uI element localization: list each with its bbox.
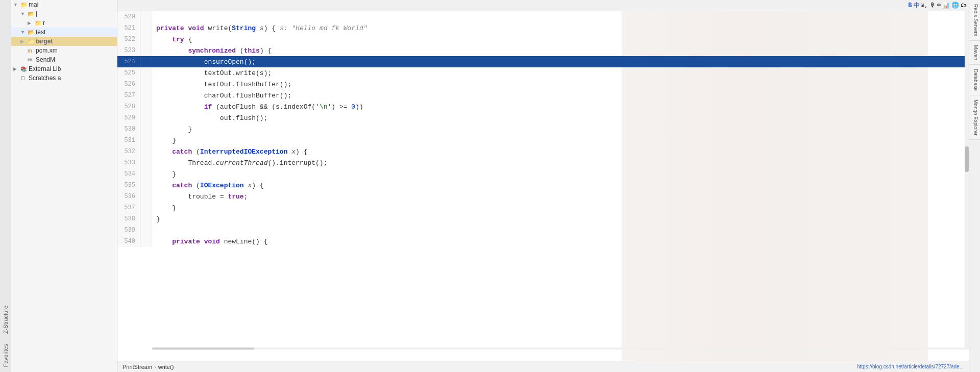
code-line-527: 527 charOut.flushBuffer(); [117,90,969,101]
right-panels: Redis Servers Maven Database Mongo Explo… [969,0,980,372]
tree-item-r[interactable]: ▶ 📁 r [11,18,117,28]
code-text: if (autoFlush && (s.indexOf('\n') >= 0)) [152,103,363,111]
line-number: 522 [117,34,141,45]
tree-item-test[interactable]: ▼ 📂 test [11,28,117,37]
tree-label: pom.xm [36,47,58,54]
line-number: 531 [117,135,141,146]
code-text: ensureOpen(); [152,58,256,66]
code-text: private void write(String s) { s: "Hello… [152,24,368,32]
tree-item-sendm[interactable]: ✉ SendM [11,55,117,64]
code-scrollbar-track[interactable] [965,11,969,350]
project-sidebar: ▼ 📁 mai ▼ 📂 j ▶ 📁 r ▼ 📂 test ▶ 📁 target … [11,0,117,372]
code-line-537: 537 } [117,202,969,213]
code-text: catch (IOException x) { [152,182,264,189]
line-number: 532 [117,146,141,157]
tree-label: SendM [36,56,55,63]
mic-icon[interactable]: 🎙 [929,2,936,9]
line-number: 540 [117,236,141,247]
code-line-534: 534 } [117,168,969,180]
code-line-528: 528 if (autoFlush && (s.indexOf('\n') >=… [117,101,969,112]
code-line-524[interactable]: 524 ensureOpen(); [117,56,969,67]
keyboard-icon[interactable]: ⌨ [937,2,941,9]
code-text: charOut.flushBuffer(); [152,92,291,100]
top-bar: B 中 ¥, 🎙 ⌨ 📊 🌐 🗂 [117,0,969,11]
code-text: private void newLine() { [152,238,267,245]
tree-item-pom[interactable]: m pom.xm [11,46,117,55]
code-line-521: 521 private void write(String s) { s: "H… [117,22,969,34]
line-number: 534 [117,168,141,180]
code-line-522: 522 try { [117,34,969,45]
code-scrollbar-thumb[interactable] [965,146,969,172]
code-line-533: 533 Thread.currentThread().interrupt(); [117,157,969,168]
code-line-529: 529 out.flush(); [117,112,969,123]
breadcrumb-method[interactable]: write() [158,364,174,370]
favorites-tab[interactable]: Favorites [3,344,9,367]
code-line-538: 538 } [117,213,969,225]
code-line-540: 540 private void newLine() { [117,236,969,247]
code-editor: B 中 ¥, 🎙 ⌨ 📊 🌐 🗂 520 [117,0,969,372]
tree-item-main[interactable]: ▼ 📁 mai [11,0,117,9]
breadcrumb-separator: › [154,364,156,370]
line-number: 529 [117,112,141,123]
code-text: try { [152,36,192,43]
chinese-input-icon[interactable]: 中 [914,1,920,10]
line-number: 520 [117,11,141,22]
left-vert-tabs: Z-Structure Favorites [0,0,11,372]
web-icon[interactable]: 🌐 [951,2,959,9]
right-tab-maven[interactable]: Maven [969,41,980,65]
code-line-520: 520 [117,11,969,22]
chart-icon[interactable]: 📊 [942,2,950,9]
code-line-525: 525 textOut.write(s); [117,67,969,79]
line-number: 536 [117,191,141,202]
line-number: 533 [117,157,141,168]
line-number: 523 [117,45,141,56]
code-text: textOut.write(s); [152,69,272,77]
tree-item-ext-lib[interactable]: ▶ 📚 External Lib [11,64,117,73]
code-text: textOut.flushBuffer(); [152,81,291,88]
line-number: 527 [117,90,141,101]
code-lines-container: 520 521 private void write(String s) { s… [117,11,969,247]
tree-label: j [36,10,37,17]
line-number: 538 [117,213,141,225]
code-text: } [152,170,176,178]
code-line-535: 535 catch (IOException x) { [117,180,969,191]
right-tab-database[interactable]: Database [969,65,980,95]
code-text: } [152,137,176,144]
tree-item-scratches[interactable]: 🗒 Scratches a [11,73,117,83]
code-line-523: 523 synchronized (this) { [117,45,969,56]
code-line-532: 532 catch (InterruptedIOException x) { [117,146,969,157]
line-number: 539 [117,225,141,236]
code-line-530: 530 } [117,123,969,135]
line-number: 535 [117,180,141,191]
z-structure-tab[interactable]: Z-Structure [3,306,9,334]
code-text: catch (InterruptedIOException x) { [152,148,308,156]
line-number: 526 [117,79,141,90]
code-text: } [152,204,176,212]
tree-item-target[interactable]: ▶ 📁 target [11,37,117,46]
symbol-icon[interactable]: ¥, [921,3,928,9]
tree-item-j[interactable]: ▼ 📂 j [11,9,117,18]
line-number: 525 [117,67,141,79]
code-text: } [152,215,160,223]
code-text: trouble = true; [152,193,248,201]
right-tab-redis[interactable]: Redis Servers [969,0,980,41]
url-hint: https://blog.csdn.net/article/details/72… [857,364,964,369]
tree-label: r [43,19,45,27]
line-number: 530 [117,123,141,135]
files-icon[interactable]: 🗂 [961,2,967,9]
line-number: 524 [117,56,141,67]
tree-label: test [36,29,45,36]
code-text: out.flush(); [152,114,267,122]
line-number: 537 [117,202,141,213]
code-line-539: 539 [117,225,969,236]
code-line-526: 526 textOut.flushBuffer(); [117,79,969,90]
tree-label: External Lib [29,65,61,72]
breadcrumb-class[interactable]: PrintStream [122,364,152,370]
tree-label: Scratches a [29,75,61,82]
right-tab-mongo[interactable]: Mongo Explorer [969,95,980,140]
tree-label: target [36,38,53,45]
h-scroll-indicator [152,348,965,350]
input-method-icon[interactable]: B [908,2,912,9]
line-number: 528 [117,101,141,112]
code-text: } [152,126,192,133]
